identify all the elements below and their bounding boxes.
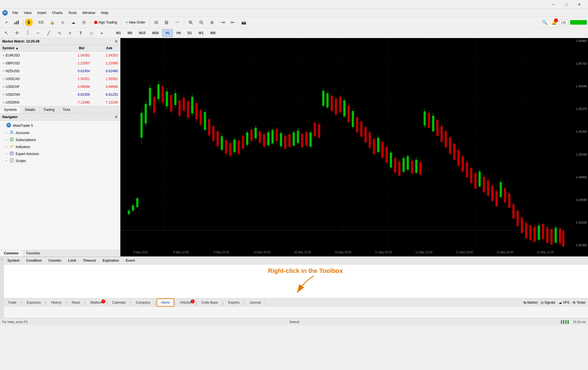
- period-m30[interactable]: M30: [149, 29, 162, 37]
- svg-point-30: [10, 138, 13, 141]
- nav-tab-favorites[interactable]: Favorites: [22, 250, 44, 256]
- chart-canvas[interactable]: 1.05880 1.05710 1.05540 1.05370 1.05200 …: [120, 38, 588, 256]
- nav-indicators-expand[interactable]: +: [6, 145, 10, 148]
- tab-trade[interactable]: Trade: [4, 299, 21, 306]
- tab-calendar[interactable]: Calendar: [108, 299, 130, 306]
- market-watch-row[interactable]: ↘ USDCHF 0.99586 0.99586: [0, 83, 120, 91]
- tab-journal[interactable]: Journal: [246, 299, 265, 306]
- tab-experts[interactable]: Experts: [224, 299, 244, 306]
- close-button[interactable]: ✕: [573, 0, 586, 9]
- menu-file[interactable]: File: [10, 10, 20, 15]
- price-levels-button[interactable]: [151, 18, 161, 27]
- market-watch-row[interactable]: ↘ USDDKK 7.12990 7.13100: [0, 99, 120, 106]
- scroll-right-button[interactable]: [218, 18, 228, 27]
- candlestick-button[interactable]: [162, 18, 172, 27]
- screenshot-button[interactable]: 📷: [239, 18, 249, 27]
- nav-expert-advisors[interactable]: + Expert Advisors: [0, 150, 120, 157]
- vertical-line-tool[interactable]: ⏐: [22, 29, 32, 38]
- tab-ticks[interactable]: Ticks: [59, 107, 75, 113]
- nav-accounts[interactable]: + Accounts: [0, 129, 120, 136]
- maximize-button[interactable]: □: [560, 0, 573, 9]
- zoom-in-button[interactable]: [186, 18, 196, 27]
- tab-alerts[interactable]: Alerts: [157, 298, 174, 307]
- tab-symbols[interactable]: Symbols: [0, 107, 21, 113]
- cloud-button[interactable]: ☁: [68, 18, 78, 27]
- radio-button[interactable]: ◎: [58, 18, 68, 27]
- signals-button[interactable]: ◎ Signals: [541, 301, 555, 305]
- tab-history[interactable]: History: [47, 299, 66, 306]
- new-order-button[interactable]: + New Order: [122, 18, 148, 26]
- menu-tools[interactable]: Tools: [66, 10, 79, 15]
- nav-scripts[interactable]: + Scripts: [0, 157, 120, 164]
- tab-trading[interactable]: Trading: [39, 107, 59, 113]
- text-tool[interactable]: T: [76, 29, 86, 38]
- period-m5[interactable]: M5: [125, 29, 136, 37]
- navigator-close[interactable]: ✕: [115, 115, 118, 119]
- grid-button[interactable]: ⊞: [207, 18, 217, 27]
- col-bid[interactable]: Bid: [53, 46, 87, 51]
- nav-scripts-expand[interactable]: +: [6, 159, 10, 162]
- zoom-out-button[interactable]: [196, 18, 206, 27]
- more-tools-button[interactable]: ▸: [97, 29, 107, 38]
- tester-button[interactable]: ⚙ Tester: [573, 301, 586, 305]
- tab-details[interactable]: Details: [21, 107, 39, 113]
- nav-subscriptions-expand[interactable]: +: [6, 138, 10, 141]
- algo-trading-button[interactable]: Algo Trading: [92, 18, 119, 26]
- market-watch-row[interactable]: ↘ GBPUSD 1.22067 1.22068: [0, 59, 120, 67]
- lock-button[interactable]: 🔒: [47, 18, 57, 27]
- svg-rect-236: [508, 194, 510, 208]
- trend-line-tool[interactable]: ╱: [44, 29, 54, 38]
- horizontal-line-tool[interactable]: ─: [33, 29, 43, 38]
- market-button[interactable]: 🛍 Market: [523, 301, 538, 305]
- ide-button[interactable]: IDE: [36, 18, 46, 26]
- tab-mailbox[interactable]: Mailbox 7: [87, 299, 106, 306]
- market-watch-row[interactable]: ↗ NZDUSD 0.62454 0.62460: [0, 67, 120, 75]
- market-watch-row[interactable]: ↗ USDCNH 6.81059 6.81253: [0, 91, 120, 99]
- curve-tool[interactable]: ∿: [54, 29, 64, 38]
- tab-news[interactable]: News: [68, 299, 84, 306]
- crosshair-tool[interactable]: ✛: [12, 29, 22, 38]
- tab-company[interactable]: Company: [132, 299, 154, 306]
- settings-gear-button[interactable]: [79, 18, 89, 27]
- menu-help[interactable]: Help: [99, 10, 111, 15]
- nav-accounts-expand[interactable]: +: [6, 131, 10, 134]
- channel-tool[interactable]: ≡: [65, 29, 75, 38]
- toolbox-close-handle[interactable]: ×: [0, 257, 4, 318]
- tab-exposure[interactable]: Exposure: [23, 299, 45, 306]
- nav-ea-expand[interactable]: +: [6, 152, 10, 155]
- menu-window[interactable]: Window: [80, 10, 97, 15]
- period-mn[interactable]: MN: [207, 29, 219, 37]
- nav-indicators[interactable]: + Indicators: [0, 143, 120, 150]
- search-button[interactable]: 🔍: [540, 18, 549, 27]
- period-h1[interactable]: H1: [162, 29, 173, 37]
- col-symbol[interactable]: Symbol ▲: [0, 46, 53, 51]
- period-m15[interactable]: M15: [136, 29, 148, 37]
- period-d1[interactable]: D1: [185, 29, 195, 37]
- nav-tab-common[interactable]: Common: [0, 250, 22, 256]
- lvl-button[interactable]: LVL: [559, 20, 568, 25]
- notifications-button[interactable]: 🔔 1: [550, 18, 559, 27]
- period-h4[interactable]: H4: [173, 29, 184, 37]
- market-watch-row[interactable]: ↗ USDCAD 1.30351 1.30351: [0, 75, 120, 83]
- menu-view[interactable]: View: [22, 10, 34, 15]
- nav-subscriptions[interactable]: + Subscriptions: [0, 136, 120, 143]
- market-watch-row[interactable]: ↘ EURUSD 1.04353 1.04353: [0, 51, 120, 59]
- tab-code-base[interactable]: Code Base: [197, 299, 222, 306]
- vps-button[interactable]: ☁ VPS: [559, 301, 570, 305]
- period-m1[interactable]: M1: [113, 29, 124, 37]
- chart-type-button[interactable]: [12, 18, 22, 27]
- menu-insert[interactable]: Insert: [35, 10, 49, 15]
- scroll-left-button[interactable]: [228, 18, 238, 27]
- minimize-button[interactable]: ─: [547, 0, 560, 9]
- tab-articles[interactable]: Articles 1: [176, 299, 195, 306]
- line-chart-button[interactable]: 〰: [172, 18, 183, 27]
- menu-charts[interactable]: Charts: [50, 10, 65, 15]
- dollar-button[interactable]: $: [25, 18, 33, 26]
- shapes-tool[interactable]: ◇: [86, 29, 96, 38]
- market-watch-close[interactable]: ✕: [115, 39, 118, 44]
- col-ask[interactable]: Ask: [87, 46, 115, 51]
- cursor-tool[interactable]: ↖: [1, 29, 11, 38]
- arrow-tool-button[interactable]: ↗: [1, 18, 11, 27]
- period-w1[interactable]: W1: [195, 29, 207, 37]
- time-11: 12 May 12:00: [525, 251, 566, 254]
